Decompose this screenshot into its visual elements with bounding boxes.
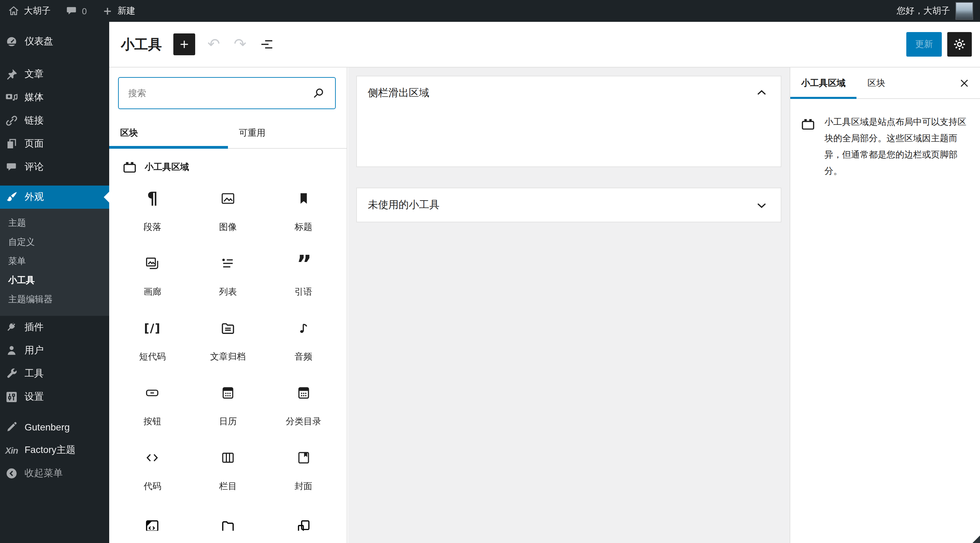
sidebar-item-user[interactable]: 用户 <box>0 339 109 362</box>
tab-widget-area[interactable]: 小工具区域 <box>790 68 856 98</box>
submenu-item-2[interactable]: 菜单 <box>0 252 109 271</box>
chevron-up-icon <box>753 84 770 101</box>
submenu-item-1[interactable]: 自定义 <box>0 233 109 252</box>
search-icon <box>310 85 327 101</box>
dashboard-icon <box>5 35 18 48</box>
brush-icon <box>5 191 18 204</box>
redo-button[interactable]: ↷ <box>232 37 248 52</box>
site-menu[interactable]: 大胡子 <box>0 0 58 22</box>
tab-reusable[interactable]: 可重用 <box>228 117 347 148</box>
sidebar-item-pages[interactable]: 页面 <box>0 132 109 156</box>
settings-sidebar: 小工具区域 区块 小工具区域是站点布局中可以支持区块的全局部分。这些区域因主题而… <box>790 68 980 543</box>
sidebar-item-wrench[interactable]: 工具 <box>0 362 109 386</box>
new-content-menu[interactable]: 新建 <box>94 0 143 22</box>
block-inserter-panel: 区块 可重用 小工具区域 ¶段落图像标题画廊列表”引语[/]短代码文章归档音频按… <box>109 68 347 543</box>
xin-icon: Xin <box>5 443 18 457</box>
sidebar-item-pin[interactable]: 文章 <box>0 63 109 86</box>
panel-header[interactable]: 侧栏滑出区域 <box>357 76 781 109</box>
description-text: 小工具区域是站点布局中可以支持区块的全局部分。这些区域因主题而异，但通常都是您的… <box>824 114 969 179</box>
comments-shortcut[interactable]: 0 <box>58 0 94 22</box>
gallery-icon <box>144 255 161 272</box>
block-folder-partial[interactable] <box>190 505 266 532</box>
block-image[interactable]: 图像 <box>190 181 266 246</box>
sidebar-item-link[interactable]: 链接 <box>0 109 109 132</box>
sidebar-item-brush[interactable]: 外观 <box>0 186 109 209</box>
block-code[interactable]: 代码 <box>115 440 190 505</box>
submenu-item-3-current[interactable]: 小工具 <box>0 271 109 290</box>
new-label: 新建 <box>118 5 135 17</box>
search-box <box>118 77 336 109</box>
block-cover[interactable]: 封面 <box>266 440 341 505</box>
home-icon <box>8 5 20 17</box>
sidebar-item-sliders[interactable]: 设置 <box>0 386 109 409</box>
wrench-icon <box>5 367 18 381</box>
block-list[interactable]: 列表 <box>190 246 266 310</box>
search-area <box>109 68 347 117</box>
wordpress-widgets-screen: 大胡子 0 新建 您好，大胡子 仪表盘文章媒体链接页面评论外观主题自定义菜单小工… <box>0 0 980 543</box>
cover-icon <box>295 449 312 466</box>
settings-tabs: 小工具区域 区块 <box>790 68 980 99</box>
heading-icon <box>295 191 312 207</box>
sidebar-item-collapse[interactable]: 收起菜单 <box>0 462 109 485</box>
sidebar-item-xin[interactable]: XinFactory主题 <box>0 439 109 462</box>
block-quote[interactable]: ”引语 <box>266 246 341 310</box>
quote-icon: ” <box>296 255 310 272</box>
block-html-partial[interactable] <box>115 505 190 532</box>
tab-block[interactable]: 区块 <box>856 68 896 98</box>
plug-icon <box>5 321 18 334</box>
widget-area-section-header: 小工具区域 <box>109 149 347 181</box>
admin-bar: 大胡子 0 新建 您好，大胡子 <box>0 0 980 22</box>
group-icon <box>295 518 312 531</box>
search-input[interactable] <box>127 87 310 99</box>
media-icon <box>5 91 18 104</box>
page-title: 小工具 <box>121 35 162 54</box>
block-button[interactable]: 按钮 <box>115 375 190 440</box>
close-sidebar-button[interactable] <box>948 68 980 98</box>
code-icon <box>144 449 161 466</box>
sidebar-item-comment[interactable]: 评论 <box>0 156 109 179</box>
sidebar-item-media[interactable]: 媒体 <box>0 86 109 109</box>
sidebar-item-plug[interactable]: 插件 <box>0 316 109 339</box>
blocks-grid: ¶段落图像标题画廊列表”引语[/]短代码文章归档音频按钮日历分类目录代码栏目封面 <box>109 181 347 505</box>
list-view-button[interactable] <box>257 35 277 54</box>
block-heading[interactable]: 标题 <box>266 181 341 246</box>
block-paragraph[interactable]: ¶段落 <box>115 181 190 246</box>
plus-icon <box>102 5 113 17</box>
comment-icon <box>5 160 18 174</box>
sliders-icon <box>5 390 18 404</box>
block-inserter-toggle-button[interactable] <box>173 33 195 55</box>
block-shortcode[interactable]: [/]短代码 <box>115 310 190 375</box>
header-actions: 更新 <box>906 32 972 57</box>
panel-header[interactable]: 未使用的小工具 <box>357 188 781 222</box>
greeting: 您好，大胡子 <box>897 5 950 17</box>
settings-gear-button[interactable] <box>947 32 972 57</box>
appearance-submenu: 主题自定义菜单小工具主题编辑器 <box>0 209 109 316</box>
block-columns[interactable]: 栏目 <box>190 440 266 505</box>
sidebar-item-dashboard[interactable]: 仪表盘 <box>0 30 109 53</box>
button-icon <box>144 385 161 401</box>
submenu-item-4[interactable]: 主题编辑器 <box>0 290 109 309</box>
shortcode-icon: [/] <box>144 320 161 336</box>
account-menu[interactable]: 您好，大胡子 <box>897 0 980 22</box>
blocks-grid-partial-row <box>109 505 347 532</box>
columns-icon <box>220 449 236 466</box>
block-categories[interactable]: 分类目录 <box>266 375 341 440</box>
audio-icon <box>295 320 312 336</box>
tab-blocks[interactable]: 区块 <box>109 117 228 148</box>
block-archives[interactable]: 文章归档 <box>190 310 266 375</box>
window-resize-grip <box>972 535 980 543</box>
block-calendar[interactable]: 日历 <box>190 375 266 440</box>
block-gallery[interactable]: 画廊 <box>115 246 190 310</box>
block-group-partial[interactable] <box>266 505 341 532</box>
submenu-item-0[interactable]: 主题 <box>0 214 109 233</box>
html-icon <box>144 518 161 531</box>
admin-menu: 仪表盘文章媒体链接页面评论外观主题自定义菜单小工具主题编辑器插件用户工具设置Gu… <box>0 22 109 543</box>
panel-title: 侧栏滑出区域 <box>368 86 429 99</box>
undo-button[interactable]: ↶ <box>206 37 221 52</box>
update-button[interactable]: 更新 <box>906 32 942 57</box>
comment-count: 0 <box>82 6 87 16</box>
list-icon <box>220 255 236 272</box>
editor-header: 小工具 ↶ ↷ 更新 <box>109 22 980 68</box>
block-audio[interactable]: 音频 <box>266 310 341 375</box>
sidebar-item-pencil[interactable]: Gutenberg <box>0 416 109 439</box>
